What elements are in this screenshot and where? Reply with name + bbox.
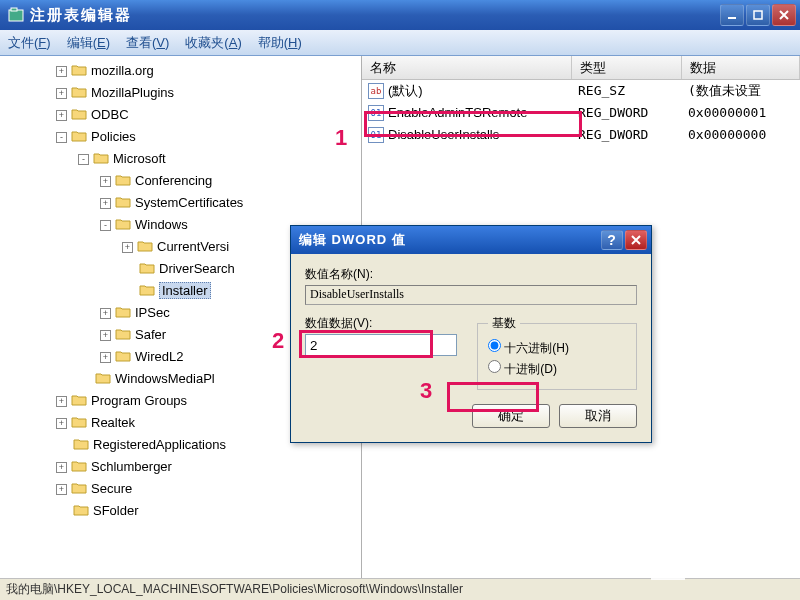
tree-label: MozillaPlugins [91,85,174,100]
value-type: REG_DWORD [572,102,682,124]
tree-node[interactable]: +Schlumberger [4,456,361,478]
app-icon [8,7,24,23]
minimize-button[interactable] [720,4,744,26]
tree-expander[interactable]: + [100,308,111,319]
tree-expander[interactable]: + [100,198,111,209]
tree-label: Realtek [91,415,135,430]
tree-expander[interactable]: + [56,418,67,429]
folder-icon [71,105,87,117]
folder-icon [73,501,89,513]
tree-node[interactable]: -Microsoft [4,148,361,170]
radix-hex[interactable]: 十六进制(H) [488,341,569,355]
svg-rect-2 [728,17,736,19]
tree-node[interactable]: SFolder [4,500,361,522]
tree-node[interactable]: +Conferencing [4,170,361,192]
tree-node[interactable]: +SystemCertificates [4,192,361,214]
tree-node[interactable]: -Policies [4,126,361,148]
tree-expander[interactable]: + [56,484,67,495]
value-row[interactable]: 01DisableUserInstallsREG_DWORD0x00000000 [362,124,800,146]
folder-icon [115,325,131,337]
tree-expander[interactable]: + [56,110,67,121]
tree-label: DriverSearch [159,261,235,276]
watermark: 系统之家 XITONGZHIJIA.NET [651,546,790,580]
ok-button[interactable]: 确定 [472,404,550,428]
tree-expander[interactable]: + [56,88,67,99]
svg-rect-0 [9,10,23,21]
menu-edit[interactable]: 编辑(E) [67,34,110,52]
value-row[interactable]: 01EnableAdminTSRemoteREG_DWORD0x00000001 [362,102,800,124]
tree-label: CurrentVersi [157,239,229,254]
folder-icon [115,303,131,315]
tree-label: Policies [91,129,136,144]
value-name: (默认) [388,80,423,102]
tree-expander[interactable]: + [100,330,111,341]
value-row[interactable]: ab(默认)REG_SZ(数值未设置 [362,80,800,102]
tree-label: Safer [135,327,166,342]
folder-icon [115,193,131,205]
window-title: 注册表编辑器 [30,6,718,25]
value-icon: 01 [368,105,384,121]
svg-rect-3 [754,11,762,19]
tree-node[interactable]: +ODBC [4,104,361,126]
col-data[interactable]: 数据 [682,56,800,79]
tree-label: SFolder [93,503,139,518]
tree-node[interactable]: +MozillaPlugins [4,82,361,104]
tree-label: Installer [159,282,211,299]
tree-label: Conferencing [135,173,212,188]
value-icon: 01 [368,127,384,143]
folder-icon [93,149,109,161]
dialog-close-button[interactable] [625,230,647,250]
svg-rect-1 [11,8,17,11]
tree-expander[interactable]: - [56,132,67,143]
menu-view[interactable]: 查看(V) [126,34,169,52]
folder-icon [139,259,155,271]
value-icon: ab [368,83,384,99]
value-data: 0x00000000 [682,124,800,146]
tree-expander[interactable]: + [100,176,111,187]
value-name: DisableUserInstalls [388,124,499,146]
folder-icon [95,369,111,381]
dialog-help-button[interactable]: ? [601,230,623,250]
tree-node[interactable]: +mozilla.org [4,60,361,82]
menu-favorites[interactable]: 收藏夹(A) [185,34,241,52]
value-type: REG_DWORD [572,124,682,146]
folder-icon [71,413,87,425]
tree-label: WindowsMediaPl [115,371,215,386]
close-button[interactable] [772,4,796,26]
tree-expander[interactable]: + [100,352,111,363]
folder-icon [115,171,131,183]
value-type: REG_SZ [572,80,682,102]
watermark-logo-icon [651,546,685,580]
tree-expander[interactable]: + [56,66,67,77]
value-data-input[interactable] [305,334,457,356]
col-type[interactable]: 类型 [572,56,682,79]
col-name[interactable]: 名称 [362,56,572,79]
value-name-field: DisableUserInstalls [305,285,637,305]
menubar: 文件(F) 编辑(E) 查看(V) 收藏夹(A) 帮助(H) [0,30,800,56]
folder-icon [71,391,87,403]
cancel-button[interactable]: 取消 [559,404,637,428]
folder-icon [71,479,87,491]
value-name-label: 数值名称(N): [305,266,637,283]
value-name: EnableAdminTSRemote [388,102,527,124]
dialog-titlebar: 编辑 DWORD 值 ? [291,226,651,254]
statusbar: 我的电脑\HKEY_LOCAL_MACHINE\SOFTWARE\Policie… [0,578,800,600]
tree-expander[interactable]: + [122,242,133,253]
menu-help[interactable]: 帮助(H) [258,34,302,52]
radix-group: 基数 十六进制(H) 十进制(D) [477,315,637,390]
maximize-button[interactable] [746,4,770,26]
value-data-label: 数值数据(V): [305,315,457,332]
radix-dec[interactable]: 十进制(D) [488,362,557,376]
folder-icon [71,83,87,95]
folder-icon [71,61,87,73]
list-header: 名称 类型 数据 [362,56,800,80]
tree-expander[interactable]: - [100,220,111,231]
tree-label: WiredL2 [135,349,183,364]
radix-legend: 基数 [488,315,520,332]
menu-file[interactable]: 文件(F) [8,34,51,52]
tree-node[interactable]: +Secure [4,478,361,500]
tree-expander[interactable]: + [56,396,67,407]
tree-expander[interactable]: - [78,154,89,165]
tree-expander[interactable]: + [56,462,67,473]
tree-label: Windows [135,217,188,232]
